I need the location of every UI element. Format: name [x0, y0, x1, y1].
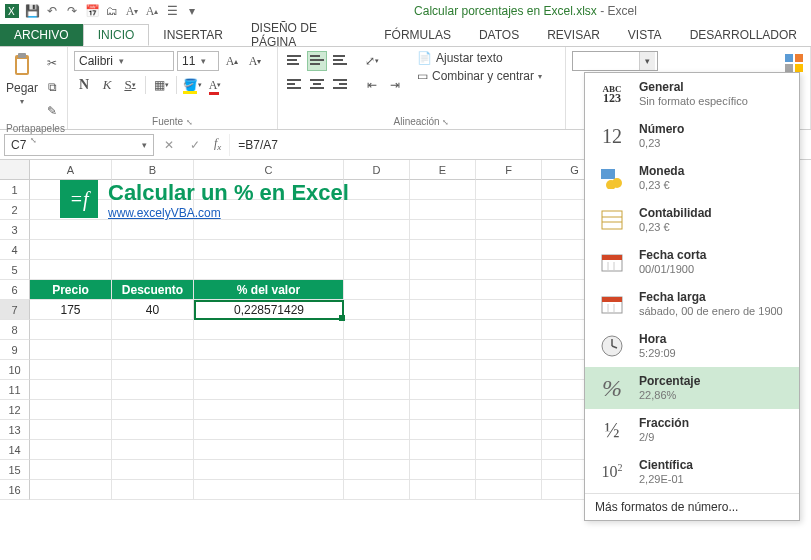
- tab-data[interactable]: DATOS: [465, 24, 533, 46]
- numfmt-item-número[interactable]: 12Número0,23: [585, 115, 799, 157]
- row-header-8[interactable]: 8: [0, 320, 30, 340]
- cell-F13[interactable]: [476, 420, 542, 440]
- tab-layout[interactable]: DISEÑO DE PÁGINA: [237, 24, 370, 46]
- orientation-icon[interactable]: ⤢▾: [362, 51, 382, 71]
- cell-E10[interactable]: [410, 360, 476, 380]
- font-larger-icon[interactable]: A▴: [144, 3, 160, 19]
- bold-button[interactable]: N: [74, 75, 94, 95]
- borders-button[interactable]: ▦▾: [151, 75, 171, 95]
- cell-F2[interactable]: [476, 200, 542, 220]
- row-header-12[interactable]: 12: [0, 400, 30, 420]
- cell-D13[interactable]: [344, 420, 410, 440]
- cell-E12[interactable]: [410, 400, 476, 420]
- cell-B10[interactable]: [112, 360, 194, 380]
- qat-icon-1[interactable]: 📅: [84, 3, 100, 19]
- align-middle-icon[interactable]: [307, 51, 327, 71]
- format-painter-icon[interactable]: ✎: [42, 101, 62, 121]
- cell-C15[interactable]: [194, 460, 344, 480]
- cell-D4[interactable]: [344, 240, 410, 260]
- col-header-D[interactable]: D: [344, 160, 410, 180]
- cell-D10[interactable]: [344, 360, 410, 380]
- cell-E3[interactable]: [410, 220, 476, 240]
- qat-icon-5[interactable]: ☰: [164, 3, 180, 19]
- cell-D3[interactable]: [344, 220, 410, 240]
- row-header-14[interactable]: 14: [0, 440, 30, 460]
- copy-icon[interactable]: ⧉: [42, 77, 62, 97]
- more-number-formats-link[interactable]: Más formatos de número...: [585, 493, 799, 520]
- redo-icon[interactable]: ↷: [64, 3, 80, 19]
- cell-A15[interactable]: [30, 460, 112, 480]
- accept-formula-icon[interactable]: ✓: [184, 134, 206, 156]
- cell-A9[interactable]: [30, 340, 112, 360]
- tab-file[interactable]: ARCHIVO: [0, 24, 83, 46]
- cell-B12[interactable]: [112, 400, 194, 420]
- cell-E8[interactable]: [410, 320, 476, 340]
- cell-F14[interactable]: [476, 440, 542, 460]
- cell-B15[interactable]: [112, 460, 194, 480]
- cell-C6[interactable]: % del valor: [194, 280, 344, 300]
- cell-C10[interactable]: [194, 360, 344, 380]
- fx-icon[interactable]: fx: [214, 136, 221, 152]
- cell-D6[interactable]: [344, 280, 410, 300]
- cell-B5[interactable]: [112, 260, 194, 280]
- col-header-A[interactable]: A: [30, 160, 112, 180]
- tab-home[interactable]: INICIO: [83, 24, 150, 46]
- cut-icon[interactable]: ✂: [42, 53, 62, 73]
- cell-A7[interactable]: 175: [30, 300, 112, 320]
- cell-D1[interactable]: [344, 180, 410, 200]
- cell-B3[interactable]: [112, 220, 194, 240]
- row-header-9[interactable]: 9: [0, 340, 30, 360]
- qat-icon-2[interactable]: 🗂: [104, 3, 120, 19]
- cell-E6[interactable]: [410, 280, 476, 300]
- row-header-11[interactable]: 11: [0, 380, 30, 400]
- grow-font-icon[interactable]: A▴: [222, 51, 242, 71]
- number-format-combo[interactable]: ▾: [572, 51, 658, 71]
- font-name-combo[interactable]: Calibri▾: [74, 51, 174, 71]
- cell-C4[interactable]: [194, 240, 344, 260]
- cell-D14[interactable]: [344, 440, 410, 460]
- cell-F9[interactable]: [476, 340, 542, 360]
- cell-C7[interactable]: 0,228571429: [194, 300, 344, 320]
- cell-C16[interactable]: [194, 480, 344, 500]
- row-header-5[interactable]: 5: [0, 260, 30, 280]
- cell-D7[interactable]: [344, 300, 410, 320]
- cell-C14[interactable]: [194, 440, 344, 460]
- cell-B13[interactable]: [112, 420, 194, 440]
- cell-B8[interactable]: [112, 320, 194, 340]
- cell-A3[interactable]: [30, 220, 112, 240]
- select-all-corner[interactable]: [0, 160, 30, 180]
- cell-A5[interactable]: [30, 260, 112, 280]
- col-header-B[interactable]: B: [112, 160, 194, 180]
- font-smaller-icon[interactable]: A▾: [124, 3, 140, 19]
- cell-A13[interactable]: [30, 420, 112, 440]
- cell-F5[interactable]: [476, 260, 542, 280]
- undo-icon[interactable]: ↶: [44, 3, 60, 19]
- cell-D16[interactable]: [344, 480, 410, 500]
- cell-B16[interactable]: [112, 480, 194, 500]
- cell-A8[interactable]: [30, 320, 112, 340]
- row-header-13[interactable]: 13: [0, 420, 30, 440]
- qat-icon-6[interactable]: ▾: [184, 3, 200, 19]
- cell-F16[interactable]: [476, 480, 542, 500]
- row-header-10[interactable]: 10: [0, 360, 30, 380]
- numfmt-item-porcentaje[interactable]: %Porcentaje22,86%: [585, 367, 799, 409]
- cell-D12[interactable]: [344, 400, 410, 420]
- shrink-font-icon[interactable]: A▾: [245, 51, 265, 71]
- cell-D5[interactable]: [344, 260, 410, 280]
- tab-review[interactable]: REVISAR: [533, 24, 614, 46]
- cell-F8[interactable]: [476, 320, 542, 340]
- decrease-indent-icon[interactable]: ⇤: [362, 75, 382, 95]
- tab-formulas[interactable]: FÓRMULAS: [370, 24, 465, 46]
- col-header-E[interactable]: E: [410, 160, 476, 180]
- align-center-icon[interactable]: [307, 75, 327, 95]
- numfmt-item-fecha-larga[interactable]: Fecha largasábado, 00 de enero de 1900: [585, 283, 799, 325]
- increase-indent-icon[interactable]: ⇥: [385, 75, 405, 95]
- tab-developer[interactable]: DESARROLLADOR: [676, 24, 811, 46]
- merge-center-button[interactable]: ▭Combinar y centrar ▾: [417, 69, 542, 83]
- row-header-15[interactable]: 15: [0, 460, 30, 480]
- cell-E7[interactable]: [410, 300, 476, 320]
- numfmt-item-hora[interactable]: Hora5:29:09: [585, 325, 799, 367]
- col-header-C[interactable]: C: [194, 160, 344, 180]
- cell-C9[interactable]: [194, 340, 344, 360]
- tab-insert[interactable]: INSERTAR: [149, 24, 237, 46]
